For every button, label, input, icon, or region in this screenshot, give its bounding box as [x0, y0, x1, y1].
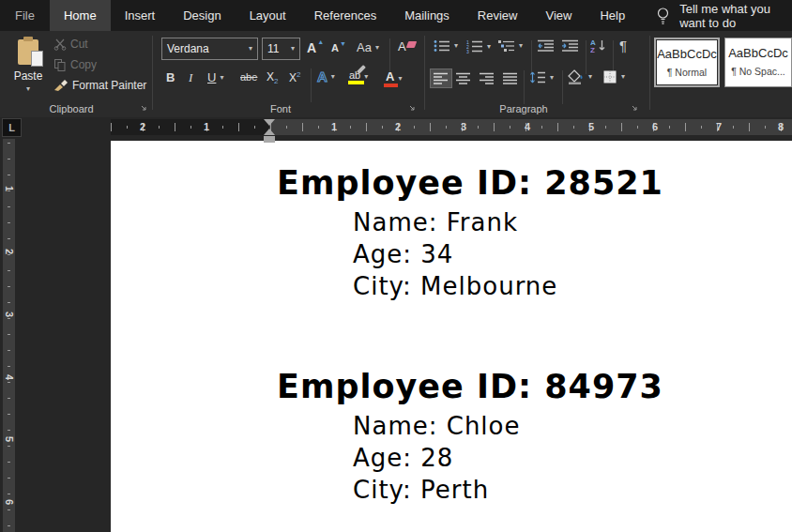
paste-clipboard-icon	[18, 39, 38, 65]
clear-formatting-button[interactable]: A	[398, 39, 406, 53]
style-no-spacing-preview: AaBbCcDc	[725, 46, 791, 60]
record-line: Age: 28	[353, 442, 453, 474]
grow-font-button[interactable]: A▲	[307, 40, 316, 55]
increase-indent-icon	[561, 39, 579, 53]
superscript-glyph: X	[289, 71, 297, 84]
font-dialog-launcher[interactable]	[407, 103, 417, 113]
bullets-button[interactable]: ▾	[434, 39, 458, 53]
text-effects-button[interactable]: A ▾	[317, 68, 335, 84]
show-hide-pilcrow-button[interactable]: ¶	[619, 38, 627, 53]
style-normal[interactable]: AaBbCcDc ¶ Normal	[654, 38, 720, 87]
ruler-number: 4	[525, 121, 530, 132]
copy-icon	[53, 58, 67, 71]
paste-button[interactable]: Paste ▾	[8, 36, 49, 99]
vertical-ruler[interactable]: 123456	[3, 139, 15, 532]
cut-button[interactable]: Cut	[53, 38, 88, 51]
borders-button[interactable]: ▾	[602, 69, 625, 84]
format-painter-button[interactable]: Format Painter	[53, 79, 146, 92]
borders-caret-icon: ▾	[621, 73, 625, 81]
record-heading: Employee ID: 84973	[277, 371, 663, 403]
ruler-number: 2	[4, 246, 15, 258]
justify-button[interactable]	[503, 72, 518, 84]
line-spacing-caret-icon: ▾	[550, 74, 554, 82]
increase-indent-button[interactable]	[561, 39, 579, 53]
font-family-combobox[interactable]: Verdana ▾	[161, 38, 258, 60]
change-case-button[interactable]: Aa ▾	[357, 40, 379, 54]
superscript-button[interactable]: X2	[289, 70, 300, 84]
align-center-button[interactable]	[456, 72, 471, 84]
tab-stop-selector[interactable]: L	[2, 118, 22, 137]
ruler-row: L 2112345678	[0, 117, 792, 137]
paragraph-dialog-launcher[interactable]	[630, 103, 639, 113]
font-color-button[interactable]: A ▾	[386, 69, 402, 87]
copy-button[interactable]: Copy	[53, 58, 97, 71]
paste-label: Paste	[14, 69, 43, 83]
italic-glyph: I	[189, 70, 192, 85]
font-family-caret-icon: ▾	[249, 45, 252, 53]
multilevel-list-button[interactable]: ▾	[498, 39, 523, 53]
tab-layout[interactable]: Layout	[236, 0, 300, 31]
record-heading: Employee ID: 28521	[277, 167, 663, 199]
style-no-spacing[interactable]: AaBbCcDc ¶ No Spac...	[724, 38, 792, 87]
lightbulb-icon	[656, 7, 670, 25]
shading-button[interactable]: ▾	[568, 69, 592, 84]
align-right-button[interactable]	[480, 72, 495, 84]
hanging-indent-marker[interactable]	[264, 129, 275, 135]
font-color-glyph: A	[386, 69, 394, 84]
tab-design[interactable]: Design	[169, 0, 235, 31]
bold-button[interactable]: B	[166, 70, 175, 84]
first-line-indent-marker[interactable]	[264, 119, 275, 126]
highlight-caret-icon: ▾	[364, 73, 368, 81]
font-size-combobox[interactable]: 11 ▾	[262, 38, 300, 60]
left-indent-marker[interactable]	[264, 136, 275, 143]
tab-home[interactable]: Home	[50, 0, 111, 31]
shrink-font-button[interactable]: A▼	[331, 42, 339, 53]
numbering-icon: 1 2 3	[466, 39, 483, 53]
tell-me-label: Tell me what you want to do	[679, 2, 792, 30]
bold-glyph: B	[166, 70, 175, 84]
tab-insert[interactable]: Insert	[111, 0, 170, 31]
menu-bar: File Home Insert Design Layout Reference…	[0, 0, 792, 31]
line-spacing-button[interactable]: ▾	[529, 70, 554, 84]
highlight-color-bar	[348, 81, 364, 84]
tab-mailings[interactable]: Mailings	[390, 0, 464, 31]
subscript-button[interactable]: X2	[267, 70, 278, 85]
text-effects-caret-icon: ▾	[331, 73, 335, 81]
italic-button[interactable]: I	[189, 70, 192, 85]
align-left-button[interactable]	[431, 69, 451, 87]
cut-label: Cut	[70, 38, 88, 51]
clear-formatting-glyph: A	[398, 39, 406, 53]
decrease-indent-icon	[537, 39, 555, 53]
font-size-value: 11	[267, 42, 279, 55]
font-color-bar	[384, 84, 398, 87]
record-line: Name: Chloe	[353, 410, 521, 442]
ruler-number: 5	[4, 433, 15, 446]
underline-button[interactable]: U ▾	[207, 70, 223, 84]
horizontal-ruler[interactable]: 2112345678	[111, 119, 792, 135]
ruler-number: 4	[4, 372, 15, 384]
clipboard-dialog-launcher[interactable]	[139, 103, 148, 113]
justify-icon	[503, 72, 518, 84]
align-left-icon	[434, 72, 449, 84]
tab-file[interactable]: File	[0, 0, 50, 31]
tab-help[interactable]: Help	[586, 0, 639, 31]
ruler-number: 1	[204, 121, 209, 132]
sort-button[interactable]: A Z	[590, 38, 606, 53]
record-line: Age: 34	[353, 238, 453, 270]
tab-review[interactable]: Review	[464, 0, 532, 31]
style-normal-name: ¶ Normal	[656, 67, 718, 78]
highlight-color-button[interactable]: ab ▾	[349, 69, 368, 84]
change-case-caret-icon: ▾	[375, 44, 379, 52]
ruler-number: 6	[652, 121, 658, 132]
align-right-icon	[480, 72, 495, 84]
decrease-indent-button[interactable]	[537, 39, 555, 53]
bullets-icon	[434, 39, 450, 53]
tell-me-box[interactable]: Tell me what you want to do	[656, 0, 792, 31]
style-normal-preview: AaBbCcDc	[656, 47, 718, 61]
tab-view[interactable]: View	[531, 0, 586, 31]
tab-references[interactable]: References	[300, 0, 390, 31]
document-page[interactable]: Employee ID: 28521 Name: Frank Age: 34 C…	[111, 141, 792, 532]
numbering-button[interactable]: 1 2 3 ▾	[466, 39, 491, 53]
multilevel-caret-icon: ▾	[519, 42, 523, 50]
strikethrough-button[interactable]: abe	[240, 71, 257, 83]
